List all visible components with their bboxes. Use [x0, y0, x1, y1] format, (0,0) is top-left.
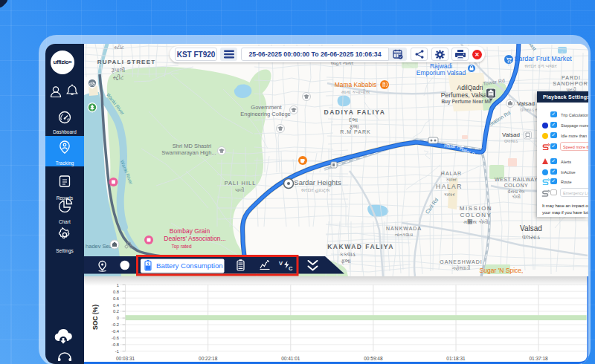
svg-text:NANKWADA: NANKWADA [386, 226, 422, 231]
svg-text:ફભા: ફભા [341, 258, 350, 264]
svg-text:Top rated: Top rated [171, 244, 191, 250]
svg-text:hadev Sea: hadev Sea [86, 243, 113, 250]
svg-text:00:22:18: 00:22:18 [199, 356, 218, 361]
svg-text:0.6: 0.6 [113, 296, 119, 301]
svg-text:01:18:31: 01:18:31 [446, 356, 466, 361]
svg-text:કાલર: કાલર [446, 177, 457, 182]
svg-text:Perfumes, Valsad: Perfumes, Valsad [441, 91, 491, 99]
svg-text:Sugar 'N Spice,: Sugar 'N Spice, [480, 267, 524, 274]
svg-text:વલસાડ: વલસાડ [504, 139, 518, 143]
svg-text:કકવાડ: કકવાડ [339, 251, 355, 258]
svg-text:AdilQadri: AdilQadri [457, 84, 483, 91]
svg-text:દભા: દભા [349, 117, 358, 123]
svg-text:V: V [279, 260, 283, 267]
svg-text:00:41:01: 00:41:01 [281, 356, 300, 361]
svg-text:1: 1 [117, 283, 119, 287]
svg-text:SOC (%): SOC (%) [91, 305, 99, 330]
svg-text:ગણેશવાડી: ગણેશવાડી [452, 265, 471, 271]
svg-text:-0.2: -0.2 [112, 322, 119, 327]
svg-text:PALI HILL: PALI HILL [225, 180, 257, 186]
svg-text:સરદાર ફળ બજાર: સરદાર ફળ બજાર [524, 64, 557, 68]
svg-text:HALAR: HALAR [441, 171, 462, 176]
svg-text:-0.8: -0.8 [112, 342, 119, 347]
svg-text:કોલૌ: કોલૌ [512, 194, 521, 199]
svg-text:0: 0 [117, 316, 119, 320]
svg-text:Dealers' Association...: Dealers' Association... [164, 235, 225, 242]
svg-text:Valsad: Valsad [502, 131, 520, 138]
svg-text:મ૆સ કોલૌ: મ૆સ કોલૌ [463, 219, 489, 224]
svg-text:-1: -1 [115, 349, 119, 354]
svg-text:0.4: 0.4 [113, 303, 120, 308]
svg-text:સ્ટ્રીટ: સ્ટ્રીટ [113, 74, 124, 81]
svg-text:Engineering College: Engineering College [240, 111, 291, 117]
svg-text:01:37:18: 01:37:18 [529, 356, 548, 361]
svg-text:Battery Consumption: Battery Consumption [156, 261, 223, 270]
svg-text:Mama Kababis: Mama Kababis [335, 81, 377, 88]
svg-text:રૂપાલી: રૂપાલી [112, 67, 126, 74]
svg-text:Emporium Valsad: Emporium Valsad [416, 69, 466, 77]
svg-text:પાલી: પાલી [235, 187, 245, 192]
svg-text:વલસાડ સ: વલસાડ સ [521, 108, 539, 112]
svg-text:મામા કબાબીસ: મામા કબાબીસ [341, 89, 370, 94]
svg-text:0.2: 0.2 [113, 309, 119, 313]
svg-text:વલસાડ: વલસાડ [522, 234, 540, 241]
svg-text:નાનકવાડા: નાનકવાડા [395, 233, 414, 237]
svg-text:Sardar Heights: Sardar Heights [294, 178, 341, 186]
svg-text:KAKWAD FALIYA: KAKWAD FALIYA [327, 243, 394, 250]
svg-text:R.M PARK: R.M PARK [340, 129, 370, 134]
svg-text:RUPALI STREET: RUPALI STREET [97, 59, 156, 65]
svg-text:MISSION: MISSION [460, 205, 492, 212]
svg-text:00:59:48: 00:59:48 [364, 356, 383, 361]
svg-text:0.8: 0.8 [113, 290, 119, 294]
svg-text:-0.4: -0.4 [112, 329, 120, 334]
svg-text:Valsad: Valsad [517, 100, 535, 107]
svg-text:Swaminarayan High...: Swaminarayan High... [161, 149, 216, 156]
svg-text:COLONY: COLONY [504, 183, 529, 188]
svg-text:સ્ટીટ: સ્ટીટ [114, 45, 124, 50]
svg-text:Sardar Fruit Market: Sardar Fruit Market [514, 55, 572, 62]
svg-text:WEST RAILWAY: WEST RAILWAY [495, 177, 538, 182]
svg-text:Government: Government [251, 104, 282, 111]
svg-text:કાલર: કાલર [443, 192, 455, 197]
svg-text:HALAR: HALAR [436, 183, 463, 190]
svg-text:સરદાર હાઇટ્સ: સરદાર હાઇટ્સ [301, 187, 329, 193]
svg-text:વેસચ રેલ: વેસચ રેલ [508, 189, 525, 194]
svg-text:SANDHPOR: SANDHPOR [553, 81, 588, 86]
svg-text:00:03:31: 00:03:31 [116, 356, 135, 361]
svg-text:DADIYA FALIYA: DADIYA FALIYA [324, 108, 386, 116]
svg-text:GANESHWADI: GANESHWADI [440, 259, 483, 264]
svg-text:Buy Perfume Near Me: Buy Perfume Near Me [441, 99, 492, 105]
svg-text:C: C [289, 265, 293, 272]
svg-text:Shri MD Shastri: Shri MD Shastri [173, 143, 212, 149]
svg-text:-0.6: -0.6 [112, 336, 119, 340]
svg-text:Bombay Grain: Bombay Grain [170, 227, 210, 235]
svg-text:PARDI: PARDI [562, 75, 581, 80]
svg-text:Valsad: Valsad [520, 224, 542, 233]
svg-text:COLONY: COLONY [460, 212, 492, 218]
